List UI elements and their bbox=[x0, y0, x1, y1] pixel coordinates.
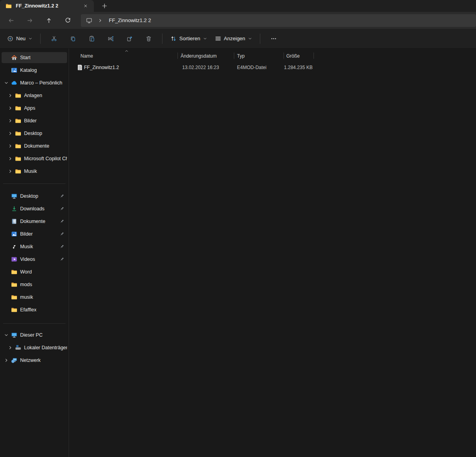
expand-chevron[interactable] bbox=[6, 345, 15, 350]
sidebar-divider bbox=[3, 323, 65, 324]
breadcrumb[interactable]: FF_Zinnowitz1.2 2 bbox=[109, 17, 151, 23]
chevron-right-icon bbox=[8, 345, 13, 350]
this-pc-icon bbox=[11, 332, 17, 338]
forward-button[interactable] bbox=[24, 14, 36, 27]
copy-button[interactable] bbox=[65, 32, 81, 46]
sidebar-item-bilder[interactable]: Bilder bbox=[2, 115, 67, 126]
sidebar-item-label: Bilder bbox=[20, 231, 33, 237]
sidebar-item-label: Netzwerk bbox=[20, 358, 41, 363]
view-button[interactable]: Anzeigen bbox=[211, 32, 256, 46]
expand-chevron[interactable] bbox=[6, 131, 15, 136]
expand-chevron[interactable] bbox=[6, 156, 15, 161]
sidebar-item-microsoft-copilot[interactable]: Microsoft Copilot Cha bbox=[2, 153, 67, 164]
expand-chevron[interactable] bbox=[2, 333, 11, 337]
column-divider[interactable] bbox=[234, 52, 234, 59]
file-size: 1.284.235 KB bbox=[284, 62, 313, 73]
sidebar-item-label: Apps bbox=[24, 105, 35, 111]
new-tab-button[interactable] bbox=[99, 0, 110, 12]
sidebar-item-this-pc[interactable]: Dieser PC bbox=[2, 330, 67, 341]
pin-icon bbox=[60, 219, 64, 224]
expand-chevron[interactable] bbox=[6, 118, 15, 123]
folder-icon bbox=[6, 3, 12, 9]
column-header-name[interactable]: Name bbox=[80, 53, 93, 59]
address-bar[interactable]: FF_Zinnowitz1.2 2 bbox=[81, 14, 476, 27]
chevron-down-icon bbox=[203, 37, 207, 41]
close-icon bbox=[83, 4, 88, 8]
column-divider[interactable] bbox=[314, 52, 314, 59]
chevron-right-icon bbox=[8, 144, 13, 148]
sidebar-item-word[interactable]: Word bbox=[2, 266, 67, 277]
sidebar-item-downloads[interactable]: Downloads bbox=[2, 203, 67, 214]
delete-button[interactable] bbox=[141, 32, 157, 46]
file-row[interactable]: FF_Zinnowitz1.2 13.02.2022 16:23 E4MOD-D… bbox=[69, 62, 476, 73]
sidebar-item-mods[interactable]: mods bbox=[2, 279, 67, 290]
pictures-icon bbox=[11, 231, 17, 237]
sidebar-item-label: Musik bbox=[20, 244, 33, 249]
sort-button[interactable]: Sortieren bbox=[166, 32, 211, 46]
sidebar-item-katalog[interactable]: Katalog bbox=[2, 65, 67, 76]
expand-chevron[interactable] bbox=[6, 93, 15, 98]
folder-icon bbox=[11, 294, 17, 300]
more-options-button[interactable] bbox=[266, 32, 282, 46]
refresh-button[interactable] bbox=[62, 14, 74, 27]
up-arrow-icon bbox=[46, 17, 52, 24]
sidebar-item-label: Desktop bbox=[20, 193, 38, 199]
rename-button[interactable] bbox=[103, 32, 119, 46]
sidebar-item-dokumente-tree[interactable]: Dokumente bbox=[2, 140, 67, 152]
sidebar-item-videos[interactable]: Videos bbox=[2, 254, 67, 265]
sidebar-item-network[interactable]: Netzwerk bbox=[2, 355, 67, 366]
explorer-body: Start Katalog Marco – Persönlich Anla bbox=[0, 49, 476, 457]
sidebar-item-anlagen[interactable]: Anlagen bbox=[2, 90, 67, 101]
column-divider[interactable] bbox=[177, 52, 178, 59]
file-name[interactable]: FF_Zinnowitz1.2 bbox=[84, 62, 119, 73]
sidebar-item-label: Efafflex bbox=[20, 307, 36, 313]
sidebar-item-desktop-tree[interactable]: Desktop bbox=[2, 128, 67, 139]
chevron-right-icon bbox=[8, 118, 13, 123]
expand-chevron[interactable] bbox=[6, 106, 15, 111]
documents-icon bbox=[11, 218, 17, 225]
share-button[interactable] bbox=[122, 32, 138, 46]
sidebar-item-musik-folder[interactable]: musik bbox=[2, 292, 67, 303]
sidebar-item-start[interactable]: Start bbox=[2, 52, 67, 63]
new-button[interactable]: Neu bbox=[3, 32, 36, 46]
copy-icon bbox=[70, 36, 76, 42]
up-button[interactable] bbox=[43, 14, 55, 27]
sidebar-item-label: Microsoft Copilot Cha bbox=[24, 156, 67, 161]
file-type: E4MOD-Datei bbox=[237, 62, 267, 73]
sidebar-item-dokumente-pinned[interactable]: Dokumente bbox=[2, 216, 67, 227]
sidebar-item-musik-tree[interactable]: Musik bbox=[2, 166, 67, 177]
gallery-icon bbox=[11, 67, 17, 73]
sidebar-item-musik-pinned[interactable]: Musik bbox=[2, 241, 67, 252]
chevron-right-icon bbox=[8, 156, 13, 161]
expand-chevron[interactable] bbox=[2, 81, 11, 85]
close-tab-button[interactable] bbox=[81, 2, 90, 10]
column-header-size[interactable]: Größe bbox=[286, 53, 300, 59]
column-header-type[interactable]: Typ bbox=[237, 53, 245, 59]
sidebar-item-apps[interactable]: Apps bbox=[2, 103, 67, 114]
sidebar-item-efafflex[interactable]: Efafflex bbox=[2, 304, 67, 315]
tab-active[interactable]: FF_Zinnowitz1.2 2 bbox=[0, 0, 94, 12]
breadcrumb-chevron-icon[interactable] bbox=[98, 18, 103, 23]
chevron-down-icon bbox=[4, 81, 9, 85]
expand-chevron[interactable] bbox=[6, 144, 15, 148]
column-divider[interactable] bbox=[284, 52, 284, 59]
sidebar-item-bilder-pinned[interactable]: Bilder bbox=[2, 228, 67, 240]
desktop-icon bbox=[11, 193, 17, 199]
toolbar-separator bbox=[162, 34, 162, 44]
trash-icon bbox=[146, 36, 152, 42]
paste-button[interactable] bbox=[84, 32, 100, 46]
column-header-modified[interactable]: Änderungsdatum bbox=[181, 53, 217, 59]
expand-chevron[interactable] bbox=[6, 169, 15, 174]
back-button[interactable] bbox=[5, 14, 17, 27]
sidebar-item-desktop-pinned[interactable]: Desktop bbox=[2, 191, 67, 202]
navigation-pane: Start Katalog Marco – Persönlich Anla bbox=[0, 49, 69, 457]
file-modified-date: 13.02.2022 16:23 bbox=[182, 62, 219, 73]
expand-chevron[interactable] bbox=[2, 358, 11, 363]
sidebar-item-label: Videos bbox=[20, 257, 35, 262]
sidebar-item-label: Desktop bbox=[24, 131, 42, 136]
sort-ascending-icon bbox=[125, 49, 129, 53]
sidebar-item-onedrive[interactable]: Marco – Persönlich bbox=[2, 77, 67, 88]
refresh-icon bbox=[65, 17, 71, 24]
cut-button[interactable] bbox=[46, 32, 62, 46]
sidebar-item-local-disk[interactable]: Lokaler Datenträger (C bbox=[2, 342, 67, 353]
